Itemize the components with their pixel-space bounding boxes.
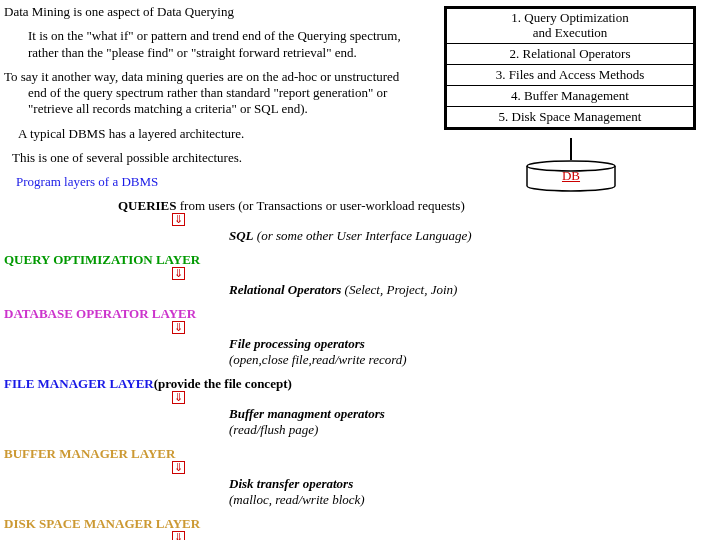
architecture-box: 1. Query Optimizationand Execution 2. Re… (444, 6, 696, 130)
intro-line-6: "retrieve all records matching a criteri… (28, 101, 308, 117)
intro-line-3: rather than the "please find" or "straig… (28, 45, 357, 60)
queries-label: QUERIES (118, 198, 177, 213)
sql-label: SQL (229, 228, 254, 243)
layer-file-manager: FILE MANAGER LAYER (4, 376, 154, 392)
down-arrow-icon: ⇓ (172, 391, 185, 404)
l4-sub2: (malloc, read/write block) (229, 492, 365, 507)
db-label: DB (525, 168, 617, 184)
intro-line-2: It is on the "what if" or pattern and tr… (28, 28, 401, 43)
box-row-5: 5. Disk Space Management (447, 107, 693, 127)
layer-buffer-manager: BUFFER MANAGER LAYER (4, 446, 175, 462)
layer-db-operator: DATABASE OPERATOR LAYER (4, 306, 196, 322)
l3-sub2: (read/flush page) (229, 422, 318, 437)
layer-file-manager-b: (provide the file concept) (154, 376, 292, 392)
down-arrow-icon: ⇓ (172, 213, 185, 226)
l2-sub: File processing operators (229, 336, 365, 351)
l4-sub: Disk transfer operators (229, 476, 353, 491)
box-row-1a: 1. Query Optimization (511, 10, 628, 25)
layer-disk-manager: DISK SPACE MANAGER LAYER (4, 516, 200, 532)
db-cylinder: DB (516, 138, 626, 190)
down-arrow-icon: ⇓ (172, 267, 185, 280)
down-arrow-icon: ⇓ (172, 461, 185, 474)
layer-query-opt: QUERY OPTIMIZATION LAYER (4, 252, 200, 268)
sql-text: (or some other User Interface Language) (254, 228, 472, 243)
l1-sub: Relational Operators (229, 282, 341, 297)
down-arrow-icon: ⇓ (172, 321, 185, 334)
l2-sub2: (open,close file,read/write record) (229, 352, 407, 367)
intro-line-5: end of the query spectrum rather than st… (28, 85, 387, 101)
box-row-1b: and Execution (533, 25, 608, 40)
queries-text: from users (or Transactions or user-work… (177, 198, 465, 213)
down-arrow-icon: ⇓ (172, 531, 185, 540)
l1-sub2: (Select, Project, Join) (341, 282, 457, 297)
l3-sub: Buffer managment operators (229, 406, 385, 421)
box-row-4: 4. Buffer Management (447, 86, 693, 107)
box-row-3: 3. Files and Access Methods (447, 65, 693, 86)
box-row-2: 2. Relational Operators (447, 44, 693, 65)
intro-line-4: To say it another way, data mining queri… (4, 69, 399, 84)
